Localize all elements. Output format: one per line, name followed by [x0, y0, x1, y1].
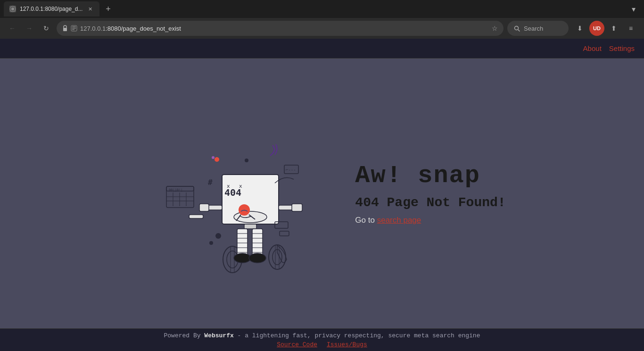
tab-favicon — [9, 6, 16, 12]
chevron-down-icon: ▾ — [632, 5, 636, 14]
footer: Powered By Websurfx - a lightening fast,… — [0, 328, 644, 351]
svg-line-8 — [518, 30, 520, 31]
search-box[interactable]: Search — [507, 21, 569, 36]
issues-link[interactable]: Issues/Bugs — [327, 341, 367, 348]
search-page-link[interactable]: search page — [377, 216, 421, 225]
source-code-link[interactable]: Source Code — [277, 341, 317, 348]
footer-links: Source Code Issues/Bugs — [277, 341, 367, 348]
download-icon: ⬇ — [577, 25, 583, 32]
svg-point-7 — [515, 26, 519, 30]
svg-point-61 — [215, 233, 221, 239]
svg-text:404: 404 — [224, 187, 241, 198]
tab-right-controls: ▾ — [627, 2, 640, 16]
menu-button[interactable]: ≡ — [623, 21, 638, 36]
address-bar[interactable]: 127.0.0.1:8080/page_does_not_exist ☆ — [57, 21, 504, 36]
page-content: # 00||0!| x x 404 — [0, 58, 644, 328]
forward-button[interactable]: → — [23, 22, 36, 35]
svg-rect-30 — [199, 204, 209, 211]
page-icon — [71, 25, 77, 32]
app-nav-bar: About Settings — [0, 39, 644, 58]
security-icon — [62, 25, 68, 32]
svg-rect-32 — [279, 205, 293, 210]
bookmark-star-icon[interactable]: ☆ — [492, 25, 498, 32]
footer-main-text: Powered By Websurfx - a lightening fast,… — [164, 332, 480, 339]
reload-button[interactable]: ↻ — [40, 22, 53, 35]
forward-icon: → — [26, 25, 33, 32]
svg-point-54 — [234, 253, 251, 263]
svg-point-1 — [11, 8, 14, 10]
svg-point-55 — [249, 253, 266, 263]
footer-tagline: - a lightening fast, privacy respecting,… — [238, 332, 480, 339]
svg-text:00||0!|: 00||0!| — [169, 188, 183, 192]
robot-illustration: # 00||0!| x x 404 — [138, 113, 317, 274]
svg-point-62 — [209, 241, 213, 245]
svg-rect-29 — [208, 205, 222, 210]
hamburger-icon: ≡ — [629, 25, 633, 32]
navigation-bar: ← → ↻ 127.0.0.1:8080/page_does_not_exi — [0, 18, 644, 39]
powered-by-prefix: Powered By — [164, 332, 201, 339]
svg-text:#: # — [208, 178, 213, 187]
nav-right-icons: ⬇ UD ⬆ ≡ — [572, 21, 638, 36]
download-button[interactable]: ⬇ — [572, 21, 587, 36]
back-icon: ← — [9, 25, 16, 32]
svg-rect-2 — [63, 28, 67, 31]
go-to-prefix: Go to — [355, 216, 375, 225]
robot-svg: # 00||0!| x x 404 — [138, 113, 317, 274]
tab-dropdown-button[interactable]: ▾ — [627, 2, 640, 16]
error-text-container: Aw! snap 404 Page Not Found! Go to searc… — [355, 162, 505, 225]
search-label: Search — [524, 25, 543, 32]
tab-title: 127.0.0.1:8080/page_d... — [20, 6, 83, 12]
reload-icon: ↻ — [43, 25, 49, 32]
svg-text:⌐---: ⌐--- — [286, 167, 296, 172]
svg-rect-4 — [72, 26, 76, 27]
go-to-text: Go to search page — [355, 216, 505, 225]
svg-point-11 — [212, 156, 215, 159]
browser-tab[interactable]: 127.0.0.1:8080/page_d... ✕ — [4, 1, 99, 17]
svg-rect-5 — [72, 28, 76, 29]
svg-rect-31 — [189, 215, 203, 218]
share-button[interactable]: ⬆ — [606, 21, 621, 36]
svg-rect-28 — [244, 224, 256, 229]
svg-point-60 — [245, 159, 248, 162]
share-icon: ⬆ — [611, 25, 617, 32]
settings-nav-link[interactable]: Settings — [609, 44, 635, 52]
new-tab-button[interactable]: + — [101, 2, 115, 16]
tab-bar: 127.0.0.1:8080/page_d... ✕ + ▾ — [0, 0, 644, 18]
error-subheading: 404 Page Not Found! — [355, 195, 505, 210]
new-tab-icon: + — [106, 4, 111, 14]
about-nav-link[interactable]: About — [583, 44, 602, 52]
ublock-button[interactable]: UD — [589, 21, 604, 36]
address-bar-text: 127.0.0.1:8080/page_does_not_exist — [80, 25, 489, 32]
address-port-path: :8080/page_does_not_exist — [106, 25, 181, 32]
error-heading: Aw! snap — [355, 162, 505, 190]
address-host: 127.0.0.1 — [80, 25, 106, 32]
svg-rect-33 — [292, 204, 302, 211]
svg-rect-37 — [280, 231, 289, 236]
brand-name: Websurfx — [204, 332, 233, 339]
browser-chrome: 127.0.0.1:8080/page_d... ✕ + ▾ ← → ↻ — [0, 0, 644, 39]
svg-point-10 — [215, 157, 219, 162]
ublock-icon: UD — [593, 25, 601, 31]
tab-close-button[interactable]: ✕ — [86, 5, 94, 13]
search-icon — [514, 25, 520, 32]
back-button[interactable]: ← — [6, 22, 19, 35]
svg-rect-6 — [72, 29, 74, 30]
